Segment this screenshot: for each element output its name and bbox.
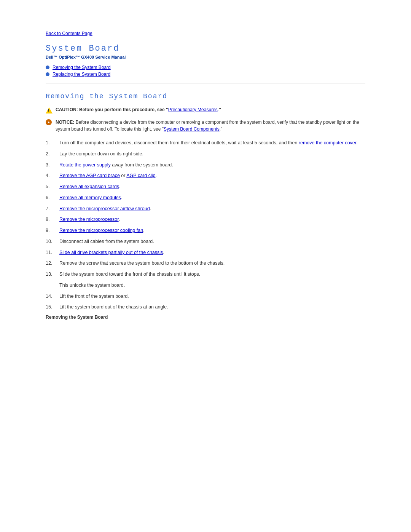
remove-cooling-fan-link[interactable]: Remove the microprocessor cooling fan <box>59 228 143 233</box>
step-num-11: 11. <box>46 249 59 256</box>
step-num-5: 5. <box>46 183 59 190</box>
step-num-1: 1. <box>46 139 59 147</box>
remove-airflow-shroud-link[interactable]: Remove the microprocessor airflow shroud <box>59 206 150 211</box>
slide-drive-brackets-link[interactable]: Slide all drive brackets partially out o… <box>59 250 163 255</box>
agp-card-clip-link[interactable]: AGP card clip <box>126 173 155 178</box>
remove-agp-card-brace-link[interactable]: Remove the AGP card brace <box>59 173 120 178</box>
steps-list: 1. Turn off the computer and devices, di… <box>46 139 365 278</box>
footer-label: Removing the System Board <box>46 315 365 320</box>
step-content-1: Turn off the computer and devices, disco… <box>59 139 365 147</box>
step-num-10: 10. <box>46 238 59 245</box>
step-9: 9. Remove the microprocessor cooling fan… <box>46 227 365 234</box>
step-8: 8. Remove the microprocessor. <box>46 216 365 223</box>
step-content-13: Slide the system board toward the front … <box>59 271 365 278</box>
step-3: 3. Rotate the power supply away from the… <box>46 161 365 169</box>
toc-link-removing[interactable]: Removing the System Board <box>53 65 111 70</box>
step-content-11: Slide all drive brackets partially out o… <box>59 249 365 256</box>
step-4: 4. Remove the AGP card brace or AGP card… <box>46 172 365 179</box>
system-board-components-link[interactable]: System Board Components <box>164 126 220 132</box>
step-num-3: 3. <box>46 161 59 169</box>
step-num-12: 12. <box>46 260 59 267</box>
remove-expansion-cards-link[interactable]: Remove all expansion cards <box>59 184 119 189</box>
step-num-9: 9. <box>46 227 59 234</box>
step-content-8: Remove the microprocessor. <box>59 216 365 223</box>
step-content-10: Disconnect all cables from the system bo… <box>59 238 365 245</box>
bullet-icon <box>46 66 49 69</box>
rotate-power-supply-link[interactable]: Rotate the power supply <box>59 162 111 168</box>
precautionary-measures-link[interactable]: Precautionary Measures <box>168 107 218 112</box>
notice-text: NOTICE: Before disconnecting a device fr… <box>56 119 365 133</box>
remove-microprocessor-link[interactable]: Remove the microprocessor <box>59 217 119 222</box>
step-content-7: Remove the microprocessor airflow shroud… <box>59 205 365 212</box>
notice-box: ● NOTICE: Before disconnecting a device … <box>46 119 365 133</box>
step-12: 12. Remove the screw that secures the sy… <box>46 260 365 267</box>
step-6: 6. Remove all memory modules. <box>46 194 365 201</box>
step-num-7: 7. <box>46 205 59 212</box>
toc-item-replacing: Replacing the System Board <box>46 72 365 77</box>
step-10: 10. Disconnect all cables from the syste… <box>46 238 365 245</box>
sub-note: This unlocks the system board. <box>59 282 365 289</box>
step-content-4: Remove the AGP card brace or AGP card cl… <box>59 172 365 179</box>
page-subtitle: Dell™ OptiPlex™ GX400 Service Manual <box>46 55 365 59</box>
caution-text: CAUTION: Before you perform this procedu… <box>56 107 221 112</box>
page-title: System Board <box>46 44 365 53</box>
step-content-15: Lift the system board out of the chassis… <box>59 304 365 311</box>
step-15: 15. Lift the system board out of the cha… <box>46 304 365 311</box>
step-num-4: 4. <box>46 172 59 179</box>
toc-link-replacing[interactable]: Replacing the System Board <box>53 72 110 77</box>
toc-list: Removing the System Board Replacing the … <box>46 65 365 77</box>
step-14: 14. Lift the front of the system board. <box>46 293 365 300</box>
step-2: 2. Lay the computer down on its right si… <box>46 150 365 158</box>
step-content-2: Lay the computer down on its right side. <box>59 150 365 158</box>
caution-box: CAUTION: Before you perform this procedu… <box>46 107 365 114</box>
step-11: 11. Slide all drive brackets partially o… <box>46 249 365 256</box>
step-content-9: Remove the microprocessor cooling fan. <box>59 227 365 234</box>
back-to-contents-link[interactable]: Back to Contents Page <box>46 31 92 36</box>
page-header: System Board Dell™ OptiPlex™ GX400 Servi… <box>46 44 365 59</box>
bullet-icon <box>46 72 49 76</box>
section-title: Removing the System Board <box>46 93 365 100</box>
step-content-5: Remove all expansion cards. <box>59 183 365 190</box>
step-num-13: 13. <box>46 271 59 278</box>
notice-circle-icon: ● <box>46 119 53 126</box>
step-5: 5. Remove all expansion cards. <box>46 183 365 190</box>
caution-triangle-icon <box>46 107 53 114</box>
step-7: 7. Remove the microprocessor airflow shr… <box>46 205 365 212</box>
step-content-12: Remove the screw that secures the system… <box>59 260 365 267</box>
remove-computer-cover-link[interactable]: remove the computer cover <box>299 140 356 145</box>
toc-item-removing: Removing the System Board <box>46 65 365 70</box>
section-divider <box>46 83 365 83</box>
step-1: 1. Turn off the computer and devices, di… <box>46 139 365 147</box>
remove-memory-modules-link[interactable]: Remove all memory modules <box>59 195 121 200</box>
step-num-8: 8. <box>46 216 59 223</box>
step-content-6: Remove all memory modules. <box>59 194 365 201</box>
step-num-2: 2. <box>46 150 59 158</box>
step-num-6: 6. <box>46 194 59 201</box>
step-num-15: 15. <box>46 304 59 311</box>
steps-list-continued: 14. Lift the front of the system board. … <box>46 293 365 311</box>
back-link-container: Back to Contents Page <box>46 30 365 36</box>
step-num-14: 14. <box>46 293 59 300</box>
step-content-3: Rotate the power supply away from the sy… <box>59 161 365 169</box>
step-content-14: Lift the front of the system board. <box>59 293 365 300</box>
step-13: 13. Slide the system board toward the fr… <box>46 271 365 278</box>
